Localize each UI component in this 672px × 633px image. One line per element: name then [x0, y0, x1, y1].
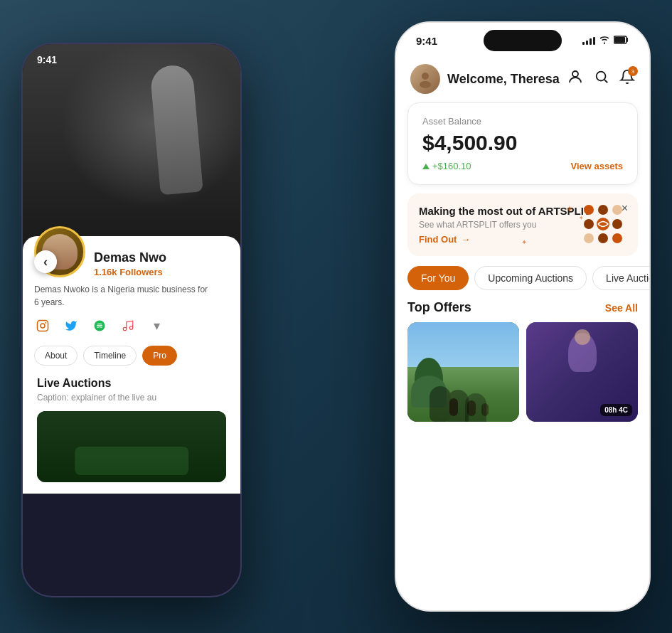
live-auctions-title: Live Auctions [37, 377, 226, 390]
svg-point-3 [95, 321, 105, 331]
profile-tabs: About Timeline Pro [34, 346, 229, 366]
change-amount: +$160.10 [432, 161, 471, 171]
signal-bar-2 [586, 41, 588, 45]
svg-point-7 [422, 73, 429, 80]
svg-rect-6 [614, 37, 625, 43]
phone-back: 9:41 ‹ Demas Nwo 1.16k Followers Demas N… [21, 43, 242, 597]
status-time-back: 9:41 [37, 54, 57, 65]
svg-point-14 [584, 219, 594, 229]
svg-point-8 [420, 81, 431, 88]
svg-point-9 [572, 71, 578, 77]
search-button[interactable] [594, 69, 609, 89]
welcome-text: Welcome, Theresa [447, 72, 567, 87]
deco-star-2: ✦ [521, 238, 527, 246]
trend-up-icon [422, 164, 430, 169]
app-header: Welcome, Theresa 3 [396, 58, 649, 102]
svg-point-2 [45, 322, 46, 324]
tab-live-auctions[interactable]: Live Auctions [592, 266, 649, 290]
artist-avatar-row: Demas Nwo 1.16k Followers [34, 248, 229, 277]
status-bar-front: 9:41 [396, 23, 649, 58]
deco-star-1: ✦ [565, 203, 574, 215]
artist-bio: Demas Nwoko is a Nigeria music business … [34, 283, 229, 309]
notification-button[interactable]: 3 [619, 69, 635, 89]
back-arrow-icon: ‹ [43, 255, 48, 270]
tab-upcoming-auctions[interactable]: Upcoming Auctions [474, 266, 587, 290]
music-icon[interactable] [119, 317, 137, 334]
timer-badge: 08h 4C [600, 404, 632, 416]
svg-point-1 [41, 324, 45, 328]
status-icons [582, 35, 629, 46]
artsplit-pattern-graphic [578, 199, 628, 249]
section-title: Top Offers [407, 300, 471, 315]
tab-about[interactable]: About [34, 346, 78, 366]
concert-figure [127, 58, 212, 215]
artist-info: Demas Nwo 1.16k Followers [94, 248, 229, 277]
artist-profile-section: Demas Nwo 1.16k Followers Demas Nwoko is… [23, 236, 240, 494]
more-icon[interactable]: ▾ [148, 317, 165, 334]
profile-button[interactable] [567, 68, 584, 90]
signal-bar-4 [593, 37, 595, 45]
signal-bar-3 [590, 38, 592, 45]
tab-timeline[interactable]: Timeline [83, 346, 137, 366]
dynamic-island [484, 30, 562, 51]
twitter-icon[interactable] [63, 317, 80, 334]
svg-point-16 [612, 219, 622, 229]
svg-point-11 [584, 205, 594, 215]
tab-for-you[interactable]: For You [407, 266, 469, 290]
promo-banner: × Making the most out of ARTSPLIT See wh… [407, 193, 638, 256]
asset-amount: $4,500.90 [422, 131, 623, 155]
offer-card-right[interactable]: 08h 4C [526, 322, 638, 422]
live-auctions-caption: Caption: explainer of the live au [37, 393, 226, 403]
painting-art [407, 322, 519, 422]
signal-bars [582, 37, 595, 45]
artist-followers: 1.16k Followers [94, 267, 229, 277]
spotify-icon[interactable] [91, 317, 108, 334]
filter-tabs: For You Upcoming Auctions Live Auctions … [396, 266, 649, 300]
offers-grid: 08h 4C [396, 322, 649, 422]
view-assets-button[interactable]: View assets [571, 161, 623, 171]
svg-point-19 [612, 233, 622, 243]
artist-name: Demas Nwo [94, 250, 229, 265]
user-avatar[interactable] [410, 64, 440, 94]
status-time-front: 9:41 [416, 35, 437, 47]
battery-icon [614, 36, 629, 46]
asset-label: Asset Balance [422, 116, 623, 127]
svg-point-4 [604, 43, 605, 44]
svg-rect-0 [38, 321, 48, 331]
svg-point-13 [612, 205, 622, 215]
svg-point-10 [597, 72, 606, 81]
back-button[interactable]: ‹ [34, 250, 57, 273]
signal-bar-1 [582, 42, 585, 45]
asset-change: +$160.10 [422, 161, 471, 171]
see-all-button[interactable]: See All [605, 302, 638, 314]
svg-point-17 [584, 233, 594, 243]
top-offers-header: Top Offers See All [396, 300, 649, 322]
followers-count: 1.16k [94, 267, 117, 277]
asset-balance-card: Asset Balance $4,500.90 +$160.10 View as… [407, 102, 638, 185]
phone-front: 9:41 Welcome, Theresa [395, 21, 651, 612]
followers-label: Followers [119, 267, 163, 277]
notification-badge: 3 [628, 66, 638, 76]
wifi-icon [599, 35, 610, 46]
header-actions: 3 [567, 68, 635, 90]
hero-concert-image: 9:41 [23, 44, 240, 243]
offer-card-painting[interactable] [407, 322, 519, 422]
asset-footer: +$160.10 View assets [422, 161, 623, 171]
tab-pro[interactable]: Pro [142, 346, 177, 366]
svg-point-12 [598, 205, 608, 215]
welcome-title: Welcome, Theresa [447, 72, 560, 86]
auction-thumbnail [37, 411, 226, 482]
svg-point-18 [598, 233, 608, 243]
status-bar-back: 9:41 [23, 44, 240, 75]
instagram-icon[interactable] [34, 317, 51, 334]
social-icons-row: ▾ [34, 317, 229, 334]
live-auctions-section: Live Auctions Caption: explainer of the … [34, 377, 229, 482]
